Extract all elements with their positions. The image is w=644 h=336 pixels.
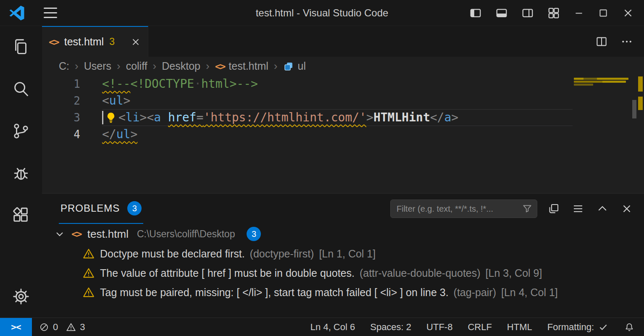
minimap[interactable]	[573, 76, 631, 193]
status-eol[interactable]: CRLF	[468, 322, 492, 333]
code-token: <!DOCTYPE	[130, 77, 194, 91]
activitybar-extensions-icon[interactable]	[0, 194, 42, 236]
html-file-icon: <>	[71, 228, 81, 239]
overview-ruler[interactable]	[631, 76, 644, 193]
breadcrumb-item-users[interactable]: Users	[84, 60, 111, 72]
line-number[interactable]: 2	[42, 92, 102, 109]
code-token: html>-->	[201, 77, 258, 91]
breadcrumb-item-coliff[interactable]: coliff	[126, 60, 147, 72]
code-line[interactable]: </ul>	[102, 126, 573, 143]
problems-file-name: test.html	[87, 228, 129, 241]
breadcrumb-item-c[interactable]: C:	[59, 60, 69, 72]
workbench: <> test.html 3 C:›U	[42, 26, 644, 318]
problems-file-row[interactable]: <> test.html C:\Users\coliff\Desktop 3	[42, 224, 644, 244]
activitybar-search-icon[interactable]	[0, 68, 42, 110]
menu-hamburger-icon[interactable]	[44, 8, 57, 18]
code-line[interactable]: <!--<!DOCTYPE·html>-->	[102, 76, 573, 92]
split-editor-icon[interactable]	[595, 35, 608, 48]
vscode-logo-icon	[8, 5, 25, 21]
code-token: >	[451, 110, 458, 124]
toggle-sidebar-icon[interactable]	[469, 7, 482, 19]
toggle-secondary-sidebar-icon[interactable]	[521, 7, 534, 19]
breadcrumb-item-ul[interactable]: ul	[283, 60, 306, 72]
code-token: a	[444, 110, 451, 124]
warning-icon	[82, 267, 95, 279]
status-indentation[interactable]: Spaces: 2	[370, 322, 411, 333]
breadcrumb-item-desktop[interactable]: Desktop	[162, 60, 200, 72]
vscode-window: test.html - Visual Studio Code	[0, 0, 644, 336]
status-language[interactable]: HTML	[507, 322, 532, 333]
code-token: <	[147, 110, 154, 124]
view-as-table-icon[interactable]	[547, 202, 560, 215]
panel-title: PROBLEMS	[60, 202, 120, 214]
line-number[interactable]: 4	[42, 126, 102, 143]
maximize-panel-icon[interactable]	[596, 202, 609, 215]
code-token: </	[430, 110, 444, 124]
code-token: href	[168, 110, 196, 124]
activitybar-explorer-icon[interactable]	[0, 26, 42, 68]
code-line[interactable]: <ul>	[102, 92, 573, 109]
window-title: test.html - Visual Studio Code	[256, 7, 389, 19]
breadcrumb-item-testhtml[interactable]: <>test.html	[215, 60, 268, 72]
problem-item[interactable]: Tag must be paired, missing: [ </li> ], …	[42, 283, 644, 302]
tab-problems[interactable]: PROBLEMS 3	[59, 194, 143, 224]
editor[interactable]: 1234 <!--<!DOCTYPE·html>--><ul><li><a hr…	[42, 76, 644, 193]
customize-layout-icon[interactable]	[547, 7, 560, 19]
minimize-button[interactable]	[573, 8, 584, 18]
line-number[interactable]: 1	[42, 76, 102, 92]
tab-problem-count: 3	[109, 36, 115, 47]
problem-message: Doctype must be declared first.	[100, 248, 245, 260]
warnings-icon	[66, 322, 76, 333]
tab-test-html[interactable]: <> test.html 3	[42, 26, 148, 57]
editor-gutter: 1234	[42, 76, 102, 193]
errors-icon	[39, 322, 50, 333]
problem-item[interactable]: The value of attribute [ href ] must be …	[42, 263, 644, 283]
line-number[interactable]: 3	[42, 109, 102, 126]
warning-count: 3	[80, 322, 85, 333]
problems-filter[interactable]	[390, 200, 537, 218]
collapse-all-icon[interactable]	[572, 202, 584, 215]
check-icon	[598, 322, 609, 333]
problems-count-badge: 3	[127, 201, 142, 215]
toggle-panel-icon[interactable]	[495, 7, 508, 19]
maximize-button[interactable]	[598, 8, 609, 18]
breadcrumb-separator-icon: ›	[75, 60, 79, 73]
settings-gear-icon[interactable]	[0, 276, 42, 318]
code-token: li	[126, 110, 140, 124]
code-token: </	[102, 127, 116, 141]
breadcrumb: C:›Users›coliff›Desktop›<>test.html›ul	[42, 57, 644, 76]
problems-list: <> test.html C:\Users\coliff\Desktop 3 D…	[42, 224, 644, 318]
status-formatting[interactable]: Formatting:	[547, 322, 609, 333]
ruler-warning-mark	[638, 76, 643, 92]
more-actions-icon[interactable]	[620, 35, 633, 48]
activitybar-source-control-icon[interactable]	[0, 110, 42, 152]
problem-item[interactable]: Doctype must be declared first.(doctype-…	[42, 244, 644, 263]
activitybar-debug-icon[interactable]	[0, 152, 42, 194]
warning-icon	[82, 247, 95, 260]
notifications-bell-icon[interactable]	[624, 322, 635, 333]
status-problems-button[interactable]: 0 3	[39, 322, 89, 333]
code-token: HTMLHint	[373, 110, 430, 124]
chevron-down-icon[interactable]	[54, 228, 66, 240]
tab-close-icon[interactable]	[130, 37, 141, 47]
close-window-button[interactable]	[622, 7, 634, 19]
filter-funnel-icon[interactable]	[522, 203, 533, 214]
code-area[interactable]: <!--<!DOCTYPE·html>--><ul><li><a href='h…	[102, 76, 573, 193]
status-encoding[interactable]: UTF-8	[426, 322, 452, 333]
code-line[interactable]: <li><a href='https://htmlhint.com/'>HTML…	[102, 109, 573, 126]
formatting-label: Formatting:	[547, 322, 594, 333]
html-file-icon: <>	[215, 61, 225, 72]
error-count: 0	[53, 322, 58, 333]
problem-rule: (attr-value-double-quotes)	[360, 267, 481, 279]
editor-actions	[595, 26, 644, 57]
problem-rule: (tag-pair)	[454, 286, 496, 299]
close-panel-icon[interactable]	[620, 202, 633, 215]
scrollbar-slider[interactable]	[632, 100, 636, 118]
status-cursor-position[interactable]: Ln 4, Col 6	[310, 322, 355, 333]
minimap-line	[574, 81, 626, 83]
remote-indicator-button[interactable]: ><	[0, 318, 32, 336]
symbol-ul-icon	[283, 61, 294, 72]
text-cursor	[102, 111, 103, 124]
ruler-warning-mark	[638, 97, 643, 110]
problems-filter-input[interactable]	[397, 204, 519, 214]
